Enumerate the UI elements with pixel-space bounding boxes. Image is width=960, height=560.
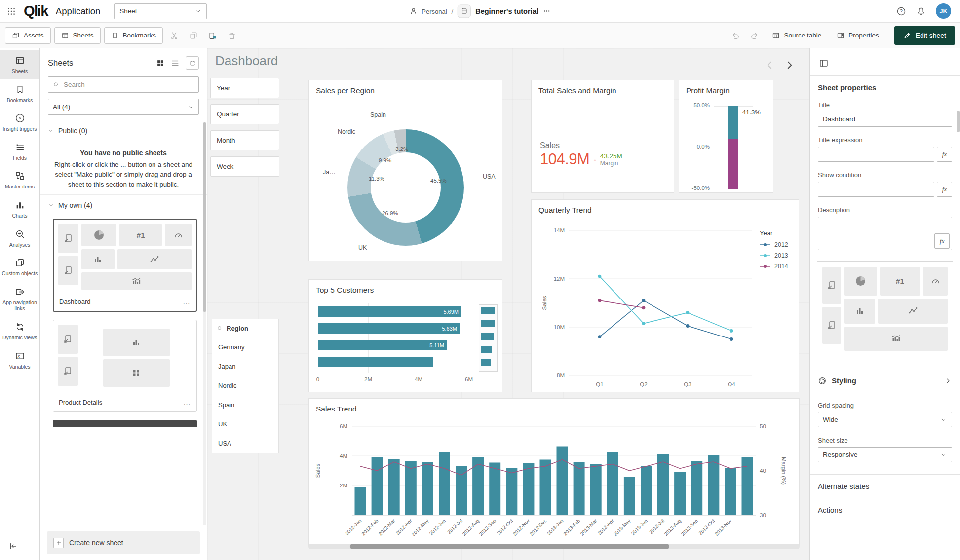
data-point-2013[interactable] <box>598 275 602 278</box>
chart-sales-trend[interactable]: Sales Trend 2M4M6M3040502012-Jan2012-Feb… <box>308 398 800 546</box>
rail-item-fields[interactable]: Fields <box>0 137 39 166</box>
title-input[interactable] <box>818 112 952 127</box>
sheet-more-icon[interactable]: … <box>183 398 191 407</box>
gauge-bar[interactable] <box>728 106 738 189</box>
app-launcher-icon[interactable] <box>7 7 16 16</box>
help-icon[interactable]: ? <box>896 6 906 16</box>
sheet-size-select[interactable]: Responsive <box>818 447 952 462</box>
chart-profit-margin[interactable]: Profit Margin 50.0%0.0%-50.0%41.3% <box>679 80 773 193</box>
customer-bar[interactable]: 5.69M <box>318 306 461 317</box>
assets-button[interactable]: Assets <box>5 27 51 44</box>
sales-bar[interactable] <box>557 447 568 516</box>
properties-scrollbar[interactable] <box>957 111 960 132</box>
sales-bar[interactable] <box>607 452 618 516</box>
sales-bar[interactable] <box>725 468 736 515</box>
search-box[interactable] <box>48 76 199 93</box>
sheets-button[interactable]: Sheets <box>54 27 101 44</box>
paste-button[interactable] <box>205 28 221 43</box>
filter-month[interactable]: Month <box>210 130 279 150</box>
section-my-own[interactable]: My own (4) <box>40 194 207 216</box>
document-title[interactable]: Beginner's tutorial <box>475 7 538 15</box>
kpi-total-sales-and-margin[interactable]: Total Sales and Margin Sales 104.9M - 43… <box>531 80 674 193</box>
region-option-spain[interactable]: Spain <box>212 395 278 414</box>
sheets-panel-scrollbar[interactable] <box>203 122 206 525</box>
description-input[interactable] <box>818 217 952 250</box>
chart-sales-per-region[interactable]: Sales per Region USA 45.5%UK 26.9%Ja… 11… <box>308 80 502 261</box>
sheets-filter-dropdown[interactable]: All (4) <box>48 99 199 115</box>
source-table-button[interactable]: Source table <box>766 27 827 44</box>
actions-section[interactable]: Actions <box>810 498 960 522</box>
sales-bar[interactable] <box>742 457 753 515</box>
region-option-usa[interactable]: USA <box>212 434 278 453</box>
delete-button[interactable] <box>224 28 240 43</box>
edit-sheet-button[interactable]: Edit sheet <box>894 26 955 45</box>
data-point-2012[interactable] <box>730 337 733 341</box>
rail-item-sheets[interactable]: Sheets <box>0 50 39 79</box>
rail-item-master-items[interactable]: Master items <box>0 166 39 195</box>
sheet-card-dashboard[interactable]: #1 Dashboard … <box>53 219 197 312</box>
sales-bar[interactable] <box>624 477 635 515</box>
data-point-2013[interactable] <box>686 311 690 314</box>
notifications-icon[interactable] <box>916 6 926 16</box>
data-point-2012[interactable] <box>686 324 690 328</box>
legend-item-2012[interactable]: 2012 <box>760 241 788 248</box>
workspace-label[interactable]: Personal <box>422 7 447 15</box>
next-sheet-button[interactable] <box>783 59 796 72</box>
sales-bar[interactable] <box>540 460 551 516</box>
title-expression-input[interactable] <box>818 147 934 162</box>
legend-item-2014[interactable]: 2014 <box>760 263 788 270</box>
sales-bar[interactable] <box>439 452 450 516</box>
rail-item-app-navigation-links[interactable]: App navigation links <box>0 282 39 317</box>
sales-bar[interactable] <box>506 468 517 515</box>
rail-item-insight-triggers[interactable]: Insight triggers <box>0 108 39 137</box>
sales-bar[interactable] <box>590 464 602 516</box>
title-expression-fx-button[interactable]: fx <box>937 147 952 162</box>
data-point-2013[interactable] <box>730 329 733 333</box>
cut-button[interactable] <box>166 28 182 43</box>
expand-panel-button[interactable] <box>186 56 199 70</box>
chart-minimap[interactable] <box>479 304 498 372</box>
data-point-2014[interactable] <box>598 299 602 302</box>
grid-view-icon[interactable] <box>156 59 165 68</box>
region-option-uk[interactable]: UK <box>212 414 278 434</box>
sales-bar[interactable] <box>422 462 433 515</box>
description-fx-button[interactable]: fx <box>934 233 950 249</box>
filter-year[interactable]: Year <box>210 78 279 98</box>
rail-item-variables[interactable]: x= Variables <box>0 346 39 375</box>
undo-button[interactable] <box>728 28 743 43</box>
data-point-2013[interactable] <box>642 322 646 325</box>
sales-bar[interactable] <box>388 459 400 515</box>
list-view-icon[interactable] <box>171 59 180 68</box>
redo-button[interactable] <box>747 28 763 43</box>
filter-quarter[interactable]: Quarter <box>210 104 279 124</box>
sheet-card-partial[interactable] <box>53 420 197 427</box>
avatar[interactable]: JK <box>936 3 951 19</box>
search-input[interactable] <box>64 81 194 88</box>
section-public[interactable]: Public (0) <box>40 120 207 141</box>
data-point-2012[interactable] <box>598 335 602 338</box>
data-point-2014[interactable] <box>642 306 646 309</box>
chart-quarterly-trend[interactable]: Quarterly Trend 8M10M12M14MQ1Q2Q3Q4Sales… <box>531 199 799 392</box>
horizontal-scrollbar[interactable] <box>308 544 800 549</box>
sales-bar[interactable] <box>523 463 534 515</box>
legend-item-2013[interactable]: 2013 <box>760 252 788 259</box>
filter-week[interactable]: Week <box>210 156 279 177</box>
sales-bar[interactable] <box>708 455 719 516</box>
region-option-japan[interactable]: Japan <box>212 357 278 376</box>
bookmarks-button[interactable]: Bookmarks <box>104 27 163 44</box>
show-condition-input[interactable] <box>818 182 934 197</box>
copy-button[interactable] <box>186 28 201 43</box>
rail-item-bookmarks[interactable]: Bookmarks <box>0 79 39 109</box>
customer-bar[interactable]: 5.11M <box>318 340 447 350</box>
rail-item-analyses[interactable]: Analyses <box>0 224 39 253</box>
sales-bar[interactable] <box>355 487 366 515</box>
rail-item-custom-objects[interactable]: Custom objects <box>0 253 39 282</box>
region-option-nordic[interactable]: Nordic <box>212 376 278 395</box>
region-listbox-header[interactable]: Region <box>212 319 278 337</box>
customer-bar[interactable] <box>318 357 433 367</box>
grid-spacing-select[interactable]: Wide <box>818 412 952 427</box>
collapse-rail-button[interactable] <box>0 536 39 560</box>
sales-bar[interactable] <box>691 461 702 516</box>
rail-item-dynamic-views[interactable]: Dynamic views <box>0 317 39 346</box>
sales-bar[interactable] <box>372 457 383 515</box>
